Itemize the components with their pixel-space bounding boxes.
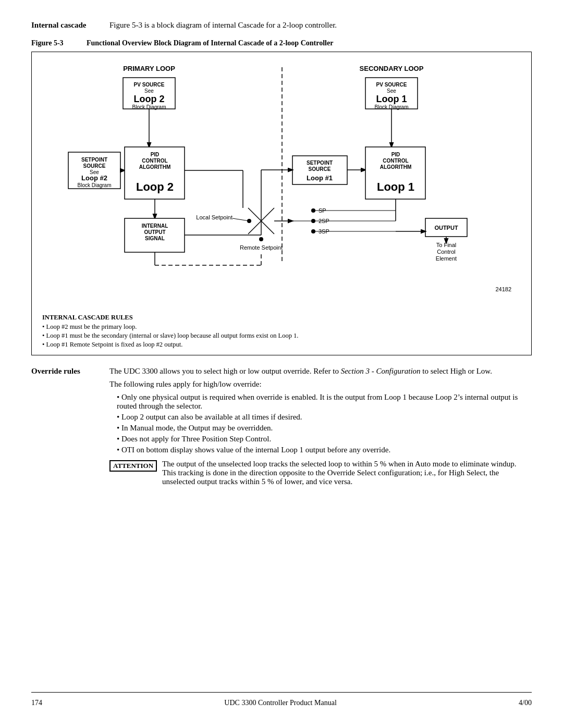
section-header: Internal cascade Figure 5-3 is a block d… bbox=[31, 21, 532, 30]
svg-text:PID: PID bbox=[391, 152, 400, 157]
cascade-rule-2: Loop #1 must be the secondary (internal … bbox=[42, 332, 526, 340]
diagram-box: PRIMARY LOOP SECONDARY LOOP PV SOURCE Se… bbox=[31, 52, 532, 355]
svg-text:PV SOURCE: PV SOURCE bbox=[134, 82, 165, 88]
svg-text:Loop #1: Loop #1 bbox=[307, 174, 333, 182]
svg-text:PID: PID bbox=[151, 152, 160, 157]
override-rules-body: The UDC 3300 allows you to select high o… bbox=[109, 367, 532, 486]
svg-text:ALGORITHM: ALGORITHM bbox=[139, 164, 171, 170]
svg-text:SIGNAL: SIGNAL bbox=[145, 236, 165, 241]
override-rules-list: Only one physical output is required whe… bbox=[109, 393, 532, 454]
override-rule-1: Only one physical output is required whe… bbox=[117, 393, 532, 411]
svg-text:Block Diagram: Block Diagram bbox=[77, 182, 111, 188]
secondary-loop-label: SECONDARY LOOP bbox=[360, 65, 424, 72]
svg-text:Loop 2: Loop 2 bbox=[134, 94, 165, 104]
svg-text:INTERNAL: INTERNAL bbox=[142, 223, 168, 229]
svg-text:SOURCE: SOURCE bbox=[83, 163, 106, 169]
override-rule-4: Does not apply for Three Position Step C… bbox=[117, 435, 532, 443]
footer-title: UDC 3300 Controller Product Manual bbox=[224, 699, 336, 707]
footer: 174 UDC 3300 Controller Product Manual 4… bbox=[31, 692, 532, 707]
override-following: The following rules apply for high/low o… bbox=[109, 380, 532, 389]
svg-text:Control: Control bbox=[437, 249, 455, 255]
svg-text:OUTPUT: OUTPUT bbox=[434, 225, 458, 231]
cascade-rules-title: INTERNAL CASCADE RULES bbox=[42, 314, 526, 322]
figure-label: Figure 5-3 bbox=[31, 39, 78, 47]
svg-text:CONTROL: CONTROL bbox=[383, 158, 408, 164]
override-rules-label: Override rules bbox=[31, 367, 104, 376]
svg-text:PV SOURCE: PV SOURCE bbox=[376, 82, 407, 88]
remote-setpoint-label: Remote Setpoint bbox=[240, 244, 283, 251]
figure-title: Functional Overview Block Diagram of Int… bbox=[87, 39, 333, 47]
cascade-rule-1: Loop #2 must be the primary loop. bbox=[42, 323, 526, 331]
page-number: 174 bbox=[31, 699, 42, 707]
override-rule-3: In Manual mode, the Output may be overri… bbox=[117, 424, 532, 433]
local-setpoint-label: Local Setpoint bbox=[196, 214, 232, 220]
svg-point-45 bbox=[259, 237, 263, 241]
svg-text:Loop 1: Loop 1 bbox=[377, 180, 414, 193]
override-rule-2: Loop 2 output can also be available at a… bbox=[117, 413, 532, 422]
svg-text:SOURCE: SOURCE bbox=[309, 166, 331, 172]
section-description: Figure 5-3 is a block diagram of interna… bbox=[109, 21, 337, 30]
svg-text:ALGORITHM: ALGORITHM bbox=[380, 164, 412, 170]
cascade-rules: INTERNAL CASCADE RULES Loop #2 must be t… bbox=[42, 314, 526, 349]
svg-text:Loop 2: Loop 2 bbox=[136, 180, 174, 193]
attention-text: The output of the unselected loop tracks… bbox=[162, 460, 532, 486]
cascade-rule-3: Loop #1 Remote Setpoint is fixed as loop… bbox=[42, 341, 526, 349]
svg-text:Loop #2: Loop #2 bbox=[81, 174, 107, 182]
override-intro: The UDC 3300 allows you to select high o… bbox=[109, 367, 532, 376]
footer-date: 4/00 bbox=[519, 699, 532, 707]
svg-text:OUTPUT: OUTPUT bbox=[144, 229, 165, 235]
figure-number: 24182 bbox=[495, 286, 511, 292]
svg-line-44 bbox=[232, 218, 249, 221]
svg-text:See: See bbox=[144, 88, 154, 94]
attention-label: ATTENTION bbox=[109, 460, 157, 472]
svg-text:SETPOINT: SETPOINT bbox=[307, 160, 333, 166]
attention-box: ATTENTION The output of the unselected l… bbox=[109, 460, 532, 486]
primary-loop-label: PRIMARY LOOP bbox=[123, 65, 175, 72]
svg-text:Element: Element bbox=[436, 255, 457, 262]
cascade-rules-list: Loop #2 must be the primary loop. Loop #… bbox=[42, 323, 526, 349]
internal-cascade-label: Internal cascade bbox=[31, 21, 104, 30]
block-diagram: PRIMARY LOOP SECONDARY LOOP PV SOURCE Se… bbox=[37, 59, 527, 310]
svg-text:Loop 1: Loop 1 bbox=[376, 94, 407, 104]
figure-caption: Figure 5-3 Functional Overview Block Dia… bbox=[31, 39, 532, 47]
svg-text:SETPOINT: SETPOINT bbox=[81, 157, 107, 163]
override-rules-section: Override rules The UDC 3300 allows you t… bbox=[31, 367, 532, 486]
svg-text:CONTROL: CONTROL bbox=[142, 158, 167, 164]
svg-text:See: See bbox=[387, 88, 396, 94]
override-rule-5: OTI on bottom display shows value of the… bbox=[117, 446, 532, 454]
